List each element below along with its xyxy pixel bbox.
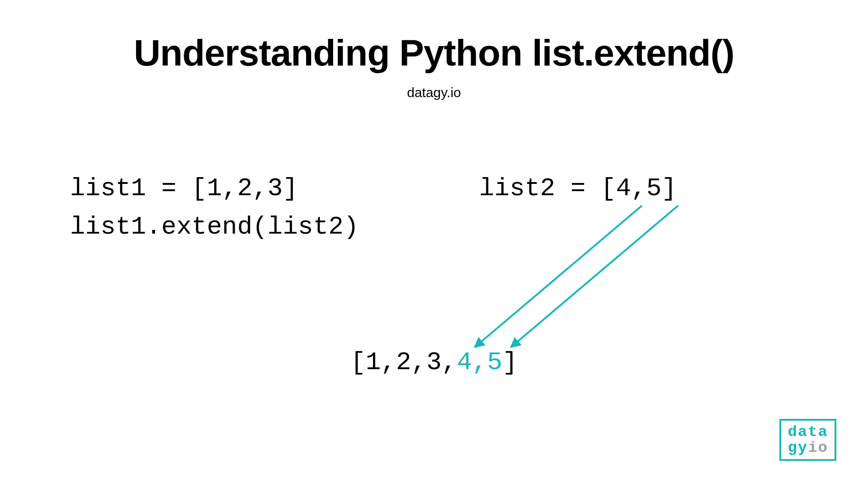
arrow-2-icon xyxy=(515,206,678,343)
code-list2-definition: list2 = [4,5] xyxy=(479,174,677,203)
datagy-logo: data gyio xyxy=(779,419,836,461)
logo-line2: gyio xyxy=(788,440,828,456)
result-prefix: [1,2,3, xyxy=(350,348,457,377)
subtitle: datagy.io xyxy=(0,85,868,100)
result-highlight: 4,5 xyxy=(457,348,502,377)
result-list: [1,2,3,4,5] xyxy=(0,348,868,377)
result-suffix: ] xyxy=(502,348,518,377)
logo-line1: data xyxy=(788,424,828,441)
page-title: Understanding Python list.extend() xyxy=(0,32,868,74)
code-list1-definition: list1 = [1,2,3] xyxy=(70,174,298,203)
arrow-1-icon xyxy=(479,206,642,343)
code-extend-call: list1.extend(list2) xyxy=(70,212,359,241)
